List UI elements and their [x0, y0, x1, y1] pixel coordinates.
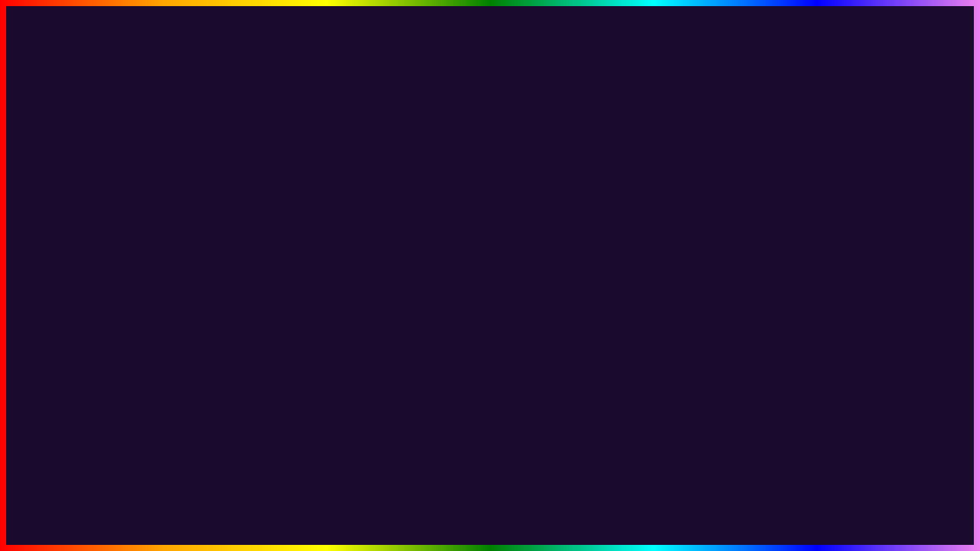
minimize-button-right[interactable]: —	[849, 233, 862, 242]
label-combat-r: Combat	[551, 305, 581, 314]
auto-sea-king-label: Auto Sea King	[181, 360, 234, 369]
select-weapon-row[interactable]: Select Weapon Sword ▲	[176, 263, 435, 280]
auto-haki-row[interactable]: Auto Haki	[176, 282, 435, 300]
radio-combat	[107, 289, 113, 295]
radio-main-r	[541, 256, 547, 262]
select-weapon-label: Select Weapon	[181, 267, 237, 276]
corner-char-art	[878, 412, 967, 488]
avatar-icon-right: 👤	[540, 402, 557, 419]
select-weapon-right-row[interactable]: Select Weapon Sword ▲	[618, 283, 878, 300]
auto-farm-row[interactable]: Auto Farm	[176, 335, 435, 354]
save-health-toggle[interactable]	[863, 344, 874, 354]
window-right-body: Main Farm Dungeon Combat LocalPlayer	[535, 246, 884, 423]
avatar-icon-left: 👤	[106, 402, 122, 419]
window-right-title: King Legacy (Adel Hub)	[541, 233, 636, 242]
select-weapon-right-label: Select Weapon	[622, 287, 679, 296]
update-script: SCRIPT	[443, 489, 599, 533]
radio-player	[107, 306, 113, 312]
auto-dungeon-toggle[interactable]	[863, 324, 874, 334]
window-left-body: Main Farm Combat Player Auto	[101, 246, 441, 423]
radio-combat-r	[541, 306, 547, 312]
teleport-dungeon-toggle[interactable]	[863, 267, 874, 278]
sidebar-item-combat[interactable]: Combat	[101, 284, 169, 301]
radio-farm-r	[541, 272, 547, 279]
radio-localplayer-r	[541, 323, 547, 329]
empty-toggle[interactable]	[420, 305, 430, 316]
content-left: Option section Select Weapon Sword ▲ Aut…	[170, 246, 441, 423]
update-text: UPDATE 4.66 SCRIPT PASTEBIN	[0, 488, 980, 534]
window-left: King Legacy (Adel Hub) — ✕ Main Farm Com…	[100, 227, 443, 428]
close-button-right[interactable]: ✕	[867, 232, 878, 242]
choose-mode-row[interactable]: Choose Mode Easy ▲	[618, 302, 878, 318]
teleport-dungeon-row[interactable]: Teleport To Dungeon!	[618, 263, 878, 282]
sidebar-item-main[interactable]: Main	[101, 250, 169, 267]
update-version: 4.66	[354, 489, 443, 533]
weapon-right-arrow-icon: ▲	[867, 288, 874, 295]
label-farm-r: Farm	[551, 271, 571, 280]
page-title: KING LEGACY	[0, 14, 980, 96]
sidebar-item-main-r[interactable]: Main	[535, 250, 611, 267]
subtitle-right: NO KEY !!	[490, 190, 657, 227]
auto-farm-label: Auto Farm	[181, 340, 220, 349]
label-settings-r: Settings	[551, 337, 582, 347]
section-header-option: Option section	[176, 250, 435, 259]
auto-haki-label: Auto Haki	[181, 286, 217, 295]
select-weapon-right-text: Sword	[840, 287, 864, 296]
mode-arrow-icon: ▲	[867, 306, 874, 314]
sidebar-item-farm-r[interactable]: Farm	[535, 267, 611, 284]
titlebar-left: King Legacy (Adel Hub) — ✕	[101, 229, 441, 246]
sidebar-item-auto[interactable]: Auto	[101, 318, 169, 334]
select-weapon-text: Sword	[397, 267, 420, 276]
empty-row	[176, 302, 435, 320]
window-left-title: King Legacy (Adel Hub)	[107, 233, 202, 242]
content-right: Dungeon Teleport To Dungeon! Select Weap…	[612, 246, 884, 423]
auto-dungeon-row[interactable]: Auto Dungeon	[618, 320, 878, 338]
label-main-r: Main	[551, 254, 570, 263]
sidebar-left: Main Farm Combat Player Auto	[101, 246, 170, 423]
auto-sea-king-toggle[interactable]	[420, 359, 430, 370]
select-weapon-right-value: Sword ▲	[840, 287, 874, 296]
corner-image: KING LEGACY	[877, 406, 969, 505]
teleport-dungeon-label: Teleport To Dungeon!	[622, 268, 702, 277]
auto-sea-king-row[interactable]: Auto Sea King	[176, 355, 435, 373]
minimize-button-left[interactable]: —	[406, 233, 419, 242]
choose-mode-label: Choose Mode	[622, 305, 675, 315]
crown-shape	[911, 418, 934, 433]
close-button-left[interactable]: ✕	[423, 232, 435, 242]
sidebar-item-player[interactable]: Player	[101, 301, 169, 318]
auto-farm-toggle[interactable]	[420, 339, 430, 350]
sidebar-item-dungeon-r[interactable]: Dungeon	[535, 284, 611, 301]
avatar-left: 👤 Sky	[106, 402, 167, 419]
radio-settings-r	[541, 339, 547, 345]
choose-mode-value: Easy ▲	[845, 305, 874, 315]
titlebar-right: King Legacy (Adel Hub) — ✕	[535, 229, 884, 246]
section-header-dungeon: Dungeon	[618, 250, 878, 259]
window-controls-left: — ✕	[406, 232, 435, 242]
weapon-arrow-icon: ▲	[423, 268, 430, 276]
update-pastebin: PASTEBIN	[599, 489, 798, 533]
sidebar-item-farm[interactable]: Farm	[101, 267, 169, 284]
sidebar-item-localplayer-r[interactable]: LocalPlayer	[535, 318, 611, 334]
sidebar-farm-label: Farm	[117, 271, 137, 280]
avatar-right: 👤 Sky	[540, 402, 601, 419]
label-dungeon-r: Dungeon	[551, 288, 586, 297]
window-right: King Legacy (Adel Hub) — ✕ Main Farm Dun…	[534, 227, 886, 428]
subtitle-left: WORK LVL 4000	[69, 190, 338, 227]
corner-label: KING LEGACY	[899, 491, 947, 499]
radio-main	[107, 256, 113, 262]
radio-dungeon-r	[541, 289, 547, 295]
auto-dungeon-label: Auto Dungeon	[622, 324, 676, 334]
sidebar-item-combat-r[interactable]: Combat	[535, 301, 611, 318]
radio-farm	[107, 272, 113, 279]
auto-haki-toggle[interactable]	[420, 285, 430, 296]
choose-mode-text: Easy	[845, 305, 864, 315]
char-body	[910, 455, 935, 478]
sidebar-auto-label: Auto	[117, 321, 135, 331]
save-health-row[interactable]: Save Health	[618, 340, 878, 358]
select-weapon-value: Sword ▲	[397, 267, 430, 276]
sidebar-item-settings-r[interactable]: Settings	[535, 334, 611, 350]
content-layer: KING LEGACY WORK LVL 4000 NO KEY !! MOBI…	[0, 0, 980, 551]
sidebar-player-label: Player	[117, 305, 141, 314]
sidebar-combat-label: Combat	[117, 288, 147, 297]
avatar-name-right: Sky	[560, 406, 573, 415]
